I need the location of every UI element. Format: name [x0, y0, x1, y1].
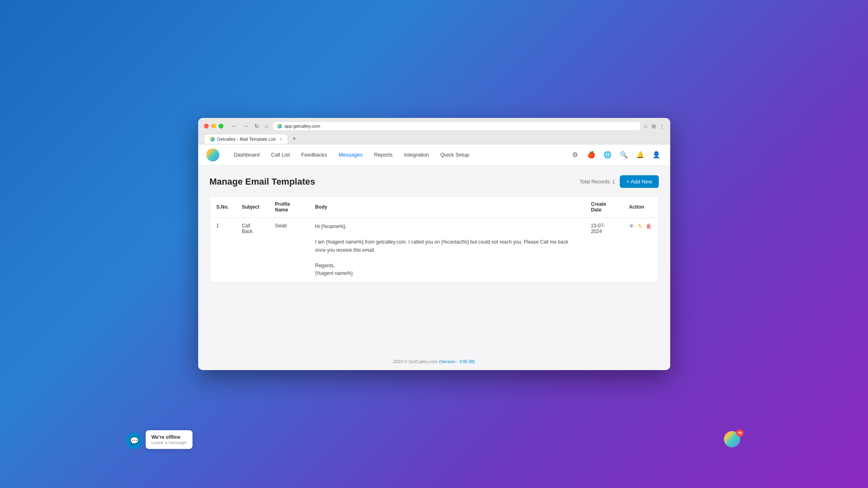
search-icon-button[interactable]: 🔍 — [618, 149, 630, 161]
extensions-button[interactable]: ⊞ — [652, 123, 656, 129]
cell-sno: 1 — [210, 218, 236, 283]
browser-chrome: ← → ↻ ⌂ app.getcalley.com ☆ ⊞ ⋮ Getcalle… — [198, 118, 670, 144]
table-body: 1 Call Back Swati Hi {%name%}, I am {%ag… — [210, 218, 658, 283]
chat-offline-title: We're offline — [151, 434, 187, 440]
back-button[interactable]: ← — [230, 122, 239, 130]
chat-popup: We're offline Leave a message — [146, 430, 192, 449]
page-title: Manage Email Templates — [210, 176, 315, 187]
edit-icon[interactable]: ✎ — [638, 223, 643, 229]
body-text: Hi {%name%}, I am {%agent name%} from ge… — [315, 223, 578, 277]
chat-widget: 💬 We're offline Leave a message — [126, 430, 192, 449]
table-row: 1 Call Back Swati Hi {%name%}, I am {%ag… — [210, 218, 658, 283]
cell-body: Hi {%name%}, I am {%agent name%} from ge… — [308, 218, 584, 283]
cell-action: 👁 ✎ 🗑 — [622, 218, 658, 283]
table-container: S.No. Subject Profile Name Body Create D… — [210, 196, 659, 283]
nav-item-integration[interactable]: Integration — [399, 149, 434, 160]
maximize-dot[interactable] — [219, 124, 223, 129]
cell-subject: Call Back — [235, 218, 268, 283]
total-records-label: Total Records: — [580, 179, 611, 185]
col-profile-name: Profile Name — [269, 196, 309, 218]
total-records: Total Records: 1 — [580, 179, 615, 185]
address-bar[interactable]: app.getcalley.com — [273, 122, 640, 130]
main-content: Manage Email Templates Total Records: 1 … — [198, 166, 670, 354]
col-create-date: Create Date — [584, 196, 622, 218]
header-right: Total Records: 1 + Add New — [580, 175, 659, 188]
nav-item-call-list[interactable]: Call List — [266, 149, 295, 160]
logo-icon — [206, 148, 219, 161]
nav-items: Dashboard Call List Feedbacks Messages R… — [229, 149, 569, 160]
col-subject: Subject — [235, 196, 268, 218]
total-records-value: 1 — [612, 179, 615, 185]
add-new-button[interactable]: + Add New — [620, 175, 658, 188]
col-body: Body — [308, 196, 584, 218]
email-templates-table: S.No. Subject Profile Name Body Create D… — [210, 196, 658, 283]
app-container: Dashboard Call List Feedbacks Messages R… — [198, 144, 670, 369]
nav-item-messages[interactable]: Messages — [334, 149, 367, 160]
nav-item-reports[interactable]: Reports — [369, 149, 398, 160]
tab-title: Getcalley - Mail Template List — [217, 137, 275, 142]
site-favicon — [277, 124, 282, 129]
col-action: Action — [622, 196, 658, 218]
tab-favicon — [210, 137, 215, 142]
close-dot[interactable] — [204, 124, 209, 129]
header-row: S.No. Subject Profile Name Body Create D… — [210, 196, 658, 218]
delete-icon[interactable]: 🗑 — [646, 223, 652, 229]
nav-icons: ⚙ 🍎 🌐 🔍 🔔 👤 — [569, 149, 662, 161]
logo[interactable] — [206, 148, 219, 161]
active-tab[interactable]: Getcalley - Mail Template List × — [204, 134, 289, 144]
browser-window: ← → ↻ ⌂ app.getcalley.com ☆ ⊞ ⋮ Getcalle… — [198, 118, 670, 370]
url-text: app.getcalley.com — [284, 124, 320, 129]
footer: 2024 © GetCalley.com (Version - V35.08) — [198, 354, 670, 369]
body-line4: {%agent name%} — [315, 270, 578, 277]
footer-version[interactable]: (Version - V35.08) — [439, 359, 475, 364]
nav-item-feedbacks[interactable]: Feedbacks — [296, 149, 332, 160]
top-nav: Dashboard Call List Feedbacks Messages R… — [198, 144, 670, 166]
table-header: S.No. Subject Profile Name Body Create D… — [210, 196, 658, 218]
calley-badge[interactable]: 70 — [724, 431, 742, 449]
cell-create-date: 23-07-2024 — [584, 218, 622, 283]
browser-actions: ☆ ⊞ ⋮ — [643, 123, 665, 129]
tab-close-button[interactable]: × — [280, 137, 282, 142]
body-line2: I am {%agent name%} from getcalley.com. … — [315, 238, 578, 254]
cell-profile-name: Swati — [269, 218, 309, 283]
view-icon[interactable]: 👁 — [629, 223, 634, 229]
refresh-button[interactable]: ↻ — [253, 122, 261, 130]
traffic-lights — [204, 124, 223, 129]
badge-count: 70 — [736, 429, 743, 437]
nav-item-dashboard[interactable]: Dashboard — [229, 149, 265, 160]
nav-item-quick-setup[interactable]: Quick Setup — [435, 149, 474, 160]
body-line3: Regards, — [315, 262, 578, 270]
body-line1: Hi {%name%}, — [315, 223, 578, 231]
browser-menu-button[interactable]: ⋮ — [659, 123, 665, 129]
browser-nav-buttons: ← → ↻ ⌂ — [230, 122, 270, 130]
minimize-dot[interactable] — [211, 124, 216, 129]
settings-icon-button[interactable]: ⚙ — [569, 149, 581, 161]
chat-offline-subtitle: Leave a message — [151, 440, 187, 445]
col-sno: S.No. — [210, 196, 236, 218]
home-button[interactable]: ⌂ — [263, 122, 270, 130]
new-tab-button[interactable]: + — [289, 133, 299, 144]
browser-controls: ← → ↻ ⌂ app.getcalley.com ☆ ⊞ ⋮ — [204, 122, 665, 130]
action-icons: 👁 ✎ 🗑 — [629, 223, 652, 229]
chat-bubble-button[interactable]: 💬 — [126, 433, 142, 449]
user-icon-button[interactable]: 👤 — [651, 149, 662, 161]
globe-icon-button[interactable]: 🌐 — [602, 149, 613, 161]
page-header: Manage Email Templates Total Records: 1 … — [210, 175, 659, 188]
apple-icon-button[interactable]: 🍎 — [586, 149, 597, 161]
footer-text: 2024 © GetCalley.com — [393, 359, 438, 364]
bookmark-button[interactable]: ☆ — [643, 123, 648, 129]
tab-bar: Getcalley - Mail Template List × + — [204, 133, 665, 144]
bell-icon-button[interactable]: 🔔 — [634, 149, 646, 161]
forward-button[interactable]: → — [241, 122, 250, 130]
